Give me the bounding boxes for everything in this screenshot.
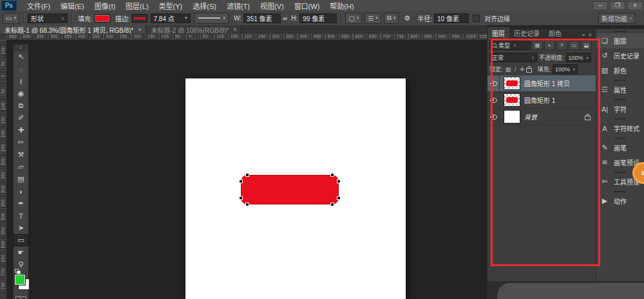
link-dimensions-icon[interactable]: ∞ bbox=[283, 15, 287, 22]
filter-pixel-layers-icon[interactable]: ▦ bbox=[532, 41, 543, 50]
layer-name[interactable]: 圆角矩形 1 拷贝 bbox=[524, 78, 596, 88]
stroke-style-picker[interactable]: ▾ bbox=[194, 13, 229, 24]
layer-thumbnail[interactable] bbox=[504, 77, 520, 90]
menu-item[interactable]: 选择(S) bbox=[187, 0, 222, 11]
gradient-tool[interactable]: ▤ bbox=[14, 173, 28, 185]
document-tab[interactable]: 未标题-1 @ 68.3%(圆角矩形 1 拷贝, RGB/8)*× bbox=[0, 25, 146, 34]
visibility-toggle[interactable] bbox=[488, 109, 500, 125]
fill-field[interactable]: 100% ▾ bbox=[553, 64, 578, 74]
layer-row[interactable]: 圆角矩形 1 bbox=[488, 92, 596, 109]
anchor-point[interactable] bbox=[245, 173, 249, 177]
dock-item-字符[interactable]: A|字符 bbox=[596, 102, 644, 116]
geometry-options-icon[interactable]: ⚙ bbox=[404, 14, 410, 23]
panel-tab-历史记录[interactable]: 历史记录 bbox=[509, 27, 544, 39]
blend-mode-select[interactable]: 正常 ⇕ bbox=[489, 53, 537, 62]
menu-item[interactable]: 帮助(H) bbox=[325, 0, 359, 11]
new-features-button[interactable]: 新增功能 ≡ bbox=[598, 13, 635, 24]
quick-mask-button[interactable] bbox=[15, 296, 26, 299]
opacity-field[interactable]: 100% ▾ bbox=[566, 53, 591, 62]
lock-position-icon[interactable]: ✛ bbox=[519, 66, 526, 73]
quick-selection-tool[interactable]: ◉ bbox=[14, 87, 28, 100]
dock-item-画笔[interactable]: ✎画笔 bbox=[596, 140, 644, 155]
tab-close-icon[interactable]: × bbox=[138, 26, 141, 33]
menu-item[interactable]: 图像(I) bbox=[90, 0, 120, 11]
layer-thumbnail[interactable] bbox=[504, 110, 520, 123]
anchor-point[interactable] bbox=[239, 179, 243, 183]
panel-header-icons[interactable]: » ≡ bbox=[582, 32, 596, 39]
filter-shape-layers-icon[interactable]: ▭ bbox=[569, 41, 580, 50]
menu-item[interactable]: 编辑(E) bbox=[55, 0, 90, 11]
pen-tool[interactable]: ✒ bbox=[14, 197, 28, 210]
toolbox-header[interactable]: ≡ bbox=[14, 44, 28, 51]
filter-adjustment-layers-icon[interactable]: ◐ bbox=[544, 41, 555, 50]
healing-brush-tool[interactable]: ✚ bbox=[14, 124, 28, 136]
panel-menu-icon[interactable]: ≡ bbox=[589, 32, 593, 38]
layer-row[interactable]: 背景 bbox=[488, 109, 596, 125]
dock-item-动作[interactable]: ▶动作 bbox=[596, 194, 644, 208]
path-arrange-button[interactable]: ⧉▾ bbox=[384, 13, 399, 24]
layer-name[interactable]: 背景 bbox=[524, 112, 585, 122]
lock-image-pixels-icon[interactable]: / bbox=[512, 66, 519, 73]
dock-item-颜色[interactable]: ▧颜色 bbox=[596, 63, 644, 78]
path-operations-button[interactable]: ▢▾ bbox=[345, 13, 362, 24]
clone-stamp-tool[interactable]: ⚒ bbox=[14, 149, 28, 161]
anchor-point[interactable] bbox=[239, 196, 243, 200]
document-canvas[interactable] bbox=[185, 78, 406, 299]
menu-item[interactable]: 图层(L) bbox=[120, 0, 153, 11]
foreground-color-swatch[interactable] bbox=[15, 275, 25, 285]
restore-button[interactable]: ❐ bbox=[610, 1, 625, 10]
minimize-button[interactable]: – bbox=[592, 1, 608, 10]
stroke-color-swatch[interactable] bbox=[132, 14, 147, 23]
radius-field[interactable]: 10 像素 bbox=[434, 14, 469, 23]
anchor-point[interactable] bbox=[330, 173, 334, 177]
anchor-point[interactable] bbox=[337, 196, 341, 200]
dock-item-图层[interactable]: ❏图层 bbox=[596, 33, 644, 48]
align-edges-checkbox[interactable] bbox=[473, 15, 480, 22]
filter-smart-objects-icon[interactable]: ⬓ bbox=[581, 41, 592, 50]
collapse-panels-icon[interactable]: » bbox=[582, 32, 586, 38]
panel-tab-图层[interactable]: 图层 bbox=[488, 27, 509, 39]
tool-preset-picker[interactable]: ▭ ▾ bbox=[3, 13, 19, 24]
layer-name[interactable]: 圆角矩形 1 bbox=[524, 95, 596, 105]
type-tool[interactable]: T bbox=[14, 210, 28, 222]
menu-item[interactable]: 窗口(W) bbox=[289, 0, 325, 11]
fill-color-swatch[interactable] bbox=[95, 14, 110, 23]
rounded-rectangle-shape[interactable] bbox=[241, 175, 339, 204]
menu-item[interactable]: 滤镜(T) bbox=[222, 0, 255, 11]
visibility-toggle[interactable] bbox=[488, 75, 500, 91]
path-align-button[interactable]: ☰▾ bbox=[365, 13, 381, 24]
lasso-tool[interactable]: ℓ bbox=[14, 75, 28, 87]
rounded-rectangle-tool[interactable]: ▭ bbox=[14, 234, 28, 246]
shape-width-field[interactable]: 351 像素 bbox=[243, 14, 281, 23]
dock-item-字符样式[interactable]: A字符样式 bbox=[596, 121, 644, 136]
tab-close-icon[interactable]: × bbox=[233, 26, 236, 33]
lock-all-icon[interactable] bbox=[526, 68, 532, 73]
menu-item[interactable]: 类型(Y) bbox=[154, 0, 188, 11]
layer-filter-select[interactable]: 类型 ⇕ bbox=[489, 41, 531, 50]
visibility-toggle[interactable] bbox=[488, 92, 500, 108]
stroke-width-field[interactable]: 7.84 点 ▾ bbox=[151, 14, 191, 23]
menu-item[interactable]: 视图(V) bbox=[255, 0, 289, 11]
eyedropper-tool[interactable]: ✐ bbox=[14, 112, 28, 124]
layer-row[interactable]: 圆角矩形 1 拷贝 bbox=[488, 75, 596, 92]
hand-tool[interactable]: ☛ bbox=[14, 246, 28, 258]
lock-transparent-pixels-icon[interactable]: ▨ bbox=[505, 66, 512, 73]
shape-height-field[interactable]: 99 像素 bbox=[299, 14, 337, 23]
menu-item[interactable]: 文件(F) bbox=[22, 0, 55, 11]
marquee-tool[interactable]: ◌ bbox=[14, 63, 28, 75]
anchor-point[interactable] bbox=[330, 203, 334, 206]
dock-item-历史记录[interactable]: ↺历史记录 bbox=[596, 48, 644, 63]
filter-type-layers-icon[interactable]: T bbox=[556, 41, 567, 50]
path-selection-tool[interactable]: ➤ bbox=[14, 222, 28, 234]
smudge-tool[interactable]: ◗ bbox=[14, 185, 28, 197]
brush-tool[interactable]: ✏ bbox=[14, 136, 28, 149]
document-tab[interactable]: 未标题-2 @ 106%(RGB/8)*× bbox=[146, 25, 242, 34]
anchor-point[interactable] bbox=[245, 203, 249, 206]
move-tool[interactable]: ↖ bbox=[14, 51, 28, 63]
close-button[interactable]: × bbox=[627, 1, 643, 10]
dock-item-属性[interactable]: ☲属性 bbox=[596, 82, 644, 97]
reset-colors-icon[interactable] bbox=[15, 269, 21, 274]
layer-thumbnail[interactable] bbox=[504, 93, 520, 107]
panel-tab-颜色[interactable]: 颜色 bbox=[544, 27, 566, 39]
anchor-point[interactable] bbox=[337, 179, 341, 183]
